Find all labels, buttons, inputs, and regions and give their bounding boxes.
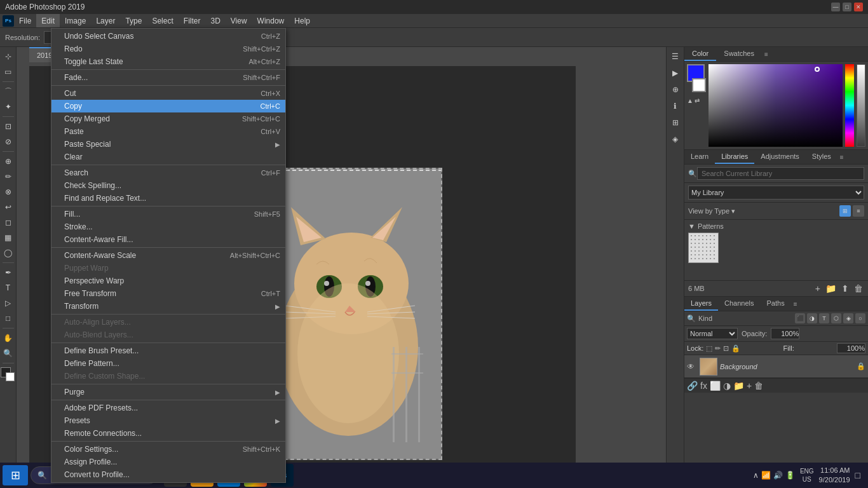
menu-layer[interactable]: Layer	[91, 14, 120, 27]
menu-clear[interactable]: Clear	[51, 151, 285, 163]
menu-remote-connections[interactable]: Remote Connections...	[51, 427, 285, 440]
rt-info[interactable]: ℹ	[668, 99, 682, 113]
notifications-icon[interactable]: □	[855, 470, 860, 480]
pattern-item[interactable]	[688, 233, 719, 263]
add-style-button[interactable]: fx	[700, 381, 707, 391]
layer-background-row[interactable]: 👁 Background 🔒	[684, 355, 868, 378]
tab-layers[interactable]: Layers	[684, 297, 718, 311]
rt-learn[interactable]: ☰	[668, 50, 682, 64]
upload-button[interactable]: ⬆	[840, 283, 850, 294]
menu-view[interactable]: View	[226, 14, 252, 27]
volume-icon[interactable]: 🔊	[773, 471, 783, 480]
taskbar-clock[interactable]: 11:06 AM 9/20/2019	[819, 466, 850, 485]
menu-copy[interactable]: Copy Ctrl+C	[51, 100, 285, 112]
menu-purge[interactable]: Purge ▶	[51, 386, 285, 398]
add-to-library-button[interactable]: +	[814, 283, 822, 294]
menu-edit[interactable]: Edit	[36, 14, 60, 27]
background-color[interactable]	[6, 372, 15, 381]
menu-image[interactable]: Image	[60, 14, 91, 27]
tool-hand[interactable]: ✋	[1, 331, 15, 345]
add-group-button[interactable]: 📁	[733, 381, 744, 391]
add-adjustment-button[interactable]: ◑	[723, 381, 731, 391]
close-button[interactable]: ✕	[854, 3, 863, 11]
filter-pixel-icon[interactable]: ⬛	[795, 313, 805, 323]
maximize-button[interactable]: □	[843, 3, 851, 11]
lock-all-icon[interactable]: 🔒	[731, 344, 740, 353]
tool-eraser[interactable]: ◻	[1, 215, 15, 229]
filter-toggle[interactable]: ○	[855, 313, 865, 323]
menu-paste[interactable]: Paste Ctrl+V	[51, 125, 285, 138]
lock-pixels-icon[interactable]: ⬚	[706, 344, 712, 353]
menu-redo[interactable]: Redo Shift+Ctrl+Z	[51, 43, 285, 55]
tool-pen[interactable]: ✒	[1, 266, 15, 280]
tool-lasso[interactable]: ⌒	[1, 85, 15, 98]
color-panel-collapse[interactable]: ≡	[762, 47, 771, 61]
menu-cut[interactable]: Cut Ctrl+X	[51, 87, 285, 100]
tab-paths[interactable]: Paths	[761, 297, 791, 311]
tab-swatches[interactable]: Swatches	[716, 47, 762, 61]
tab-styles[interactable]: Styles	[806, 150, 837, 164]
menu-select[interactable]: Select	[147, 14, 178, 27]
network-icon[interactable]: 📶	[761, 471, 771, 480]
menu-type[interactable]: Type	[120, 14, 147, 27]
menu-help[interactable]: Help	[289, 14, 315, 27]
filter-adjustment-icon[interactable]: ◑	[807, 313, 817, 323]
menu-stroke[interactable]: Stroke...	[51, 220, 285, 233]
menu-copy-merged[interactable]: Copy Merged Shift+Ctrl+C	[51, 112, 285, 125]
menu-file[interactable]: File	[14, 14, 36, 27]
tool-marquee[interactable]: ▭	[1, 65, 15, 79]
tool-brush[interactable]: ✏	[1, 170, 15, 184]
color-gradient-picker[interactable]	[709, 64, 843, 147]
opacity-input[interactable]	[771, 328, 799, 339]
tool-crop[interactable]: ⊡	[1, 119, 15, 133]
add-mask-button[interactable]: ⬜	[710, 381, 721, 391]
menu-3d[interactable]: 3D	[205, 14, 225, 27]
tool-eyedropper[interactable]: ⊘	[1, 135, 15, 149]
filter-smartobject-icon[interactable]: ◈	[843, 313, 853, 323]
tool-dodge[interactable]: ◯	[1, 246, 15, 260]
menu-define-brush[interactable]: Define Brush Preset...	[51, 344, 285, 357]
menu-presets[interactable]: Presets ▶	[51, 414, 285, 427]
add-layer-button[interactable]: +	[747, 381, 752, 391]
filter-text-icon[interactable]: T	[819, 313, 829, 323]
background-swatch[interactable]	[692, 78, 706, 92]
battery-icon[interactable]: 🔋	[785, 471, 795, 480]
lock-artboard-icon[interactable]: ⊡	[723, 344, 729, 353]
tool-stamp[interactable]: ⊗	[1, 185, 15, 199]
fill-input[interactable]	[837, 343, 865, 353]
menu-assign-profile[interactable]: Assign Profile...	[51, 456, 285, 468]
layers-panel-collapse[interactable]: ≡	[791, 297, 800, 311]
rt-adjustments[interactable]: ⊕	[668, 83, 682, 97]
tool-shape[interactable]: □	[1, 311, 15, 325]
menu-content-aware-fill[interactable]: Content-Aware Fill...	[51, 233, 285, 246]
tool-zoom[interactable]: 🔍	[1, 346, 15, 360]
tool-history[interactable]: ↩	[1, 200, 15, 214]
menu-transform[interactable]: Transform ▶	[51, 300, 285, 313]
menu-find-replace[interactable]: Find and Replace Text...	[51, 192, 285, 205]
menu-adobe-pdf-presets[interactable]: Adobe PDF Presets...	[51, 402, 285, 414]
tool-magic-wand[interactable]: ✦	[1, 100, 15, 114]
menu-check-spelling[interactable]: Check Spelling...	[51, 179, 285, 192]
menu-undo-select-canvas[interactable]: Undo Select Canvas Ctrl+Z	[51, 30, 285, 43]
delete-layer-button[interactable]: 🗑	[754, 381, 763, 391]
menu-filter[interactable]: Filter	[179, 14, 206, 27]
menu-toggle-last-state[interactable]: Toggle Last State Alt+Ctrl+Z	[51, 55, 285, 68]
tool-path-select[interactable]: ▷	[1, 296, 15, 310]
filter-shape-icon[interactable]: ⬡	[831, 313, 841, 323]
library-search-input[interactable]	[697, 167, 864, 180]
windows-start-button[interactable]: ⊞	[3, 465, 28, 485]
color-alpha-strip[interactable]	[857, 64, 865, 147]
layer-visibility-icon[interactable]: 👁	[687, 362, 697, 371]
blend-mode-select[interactable]: Normal	[687, 328, 738, 339]
tool-text[interactable]: T	[1, 281, 15, 295]
rt-3d[interactable]: ◈	[668, 132, 682, 146]
tab-learn[interactable]: Learn	[684, 150, 715, 164]
tool-gradient[interactable]: ▦	[1, 231, 15, 245]
lock-position-icon[interactable]: ✏	[715, 344, 721, 353]
view-by-label[interactable]: View by Type ▾	[688, 207, 735, 215]
tab-color[interactable]: Color	[684, 47, 716, 61]
tab-libraries[interactable]: Libraries	[715, 150, 754, 164]
delete-library-button[interactable]: 🗑	[853, 283, 864, 294]
menu-content-aware-scale[interactable]: Content-Aware Scale Alt+Shift+Ctrl+C	[51, 249, 285, 262]
foreground-background-colors[interactable]	[1, 367, 16, 383]
